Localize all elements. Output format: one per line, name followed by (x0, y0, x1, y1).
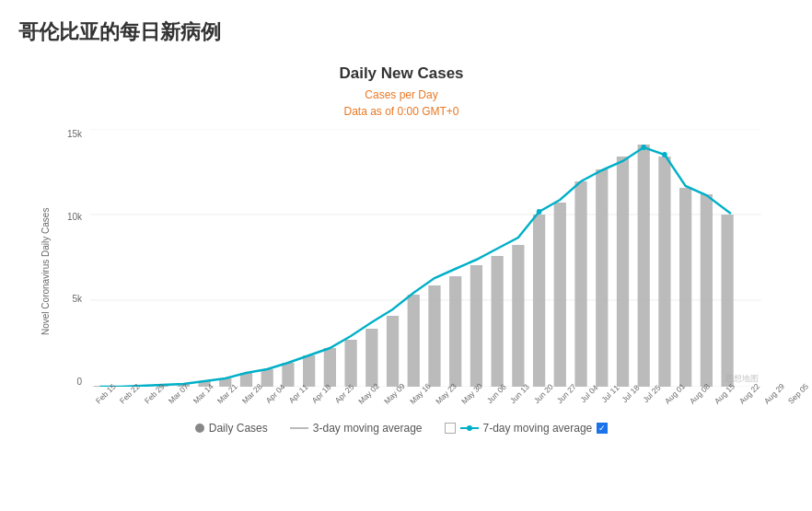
svg-rect-22 (470, 265, 482, 387)
svg-rect-25 (533, 215, 545, 387)
svg-rect-14 (303, 355, 315, 387)
svg-rect-16 (344, 340, 356, 387)
x-tick-jul11: Jul 11 (599, 383, 621, 404)
legend-daily-cases-icon (195, 424, 204, 433)
svg-rect-21 (449, 276, 461, 387)
svg-rect-31 (658, 157, 670, 387)
svg-rect-26 (554, 203, 566, 387)
x-tick-aug29: Aug 29 (761, 381, 785, 405)
chart-inner: 0 5k 10k 15k (53, 129, 766, 414)
y-axis-label: Novel Coronavirus Daily Cases (37, 129, 53, 414)
svg-point-37 (662, 152, 667, 157)
svg-rect-18 (387, 316, 399, 387)
svg-rect-29 (617, 157, 629, 387)
chart-title: Daily New Cases (37, 64, 766, 83)
x-axis: Feb 15 Feb 22 Feb 29 Mar 07 Mar 14 Mar 2… (90, 387, 761, 414)
svg-point-35 (537, 209, 542, 215)
legend-daily-cases-label: Daily Cases (209, 422, 268, 435)
x-tick-jul04: Jul 04 (578, 383, 599, 404)
svg-rect-27 (574, 181, 586, 387)
legend-3day-avg: 3-day moving average (290, 422, 423, 435)
x-tick-jul18: Jul 18 (621, 383, 642, 404)
svg-rect-32 (679, 188, 691, 387)
chart-subtitle: Cases per Day Data as of 0:00 GMT+0 (37, 87, 766, 120)
y-tick-15k: 15k (53, 129, 86, 139)
svg-rect-20 (428, 285, 440, 387)
chart-legend: Daily Cases 3-day moving average 7-day m… (37, 422, 766, 435)
x-tick-jul25: Jul 25 (641, 383, 662, 404)
svg-rect-13 (282, 363, 294, 387)
y-tick-10k: 10k (53, 212, 86, 222)
svg-rect-15 (324, 348, 336, 387)
svg-rect-12 (261, 369, 273, 387)
legend-7day-avg: 7-day moving average ✓ (445, 422, 609, 435)
svg-rect-30 (638, 145, 650, 387)
svg-rect-23 (492, 256, 504, 387)
legend-3day-line-icon (290, 427, 308, 429)
watermark: 思想地图 (725, 373, 759, 385)
legend-7day-checkbox[interactable] (445, 423, 456, 434)
chart-container: Daily New Cases Cases per Day Data as of… (18, 55, 784, 444)
y-tick-0: 0 (53, 377, 86, 387)
svg-rect-17 (365, 329, 377, 387)
y-tick-5k: 5k (53, 294, 86, 304)
x-tick-sep05: Sep 05 (786, 381, 810, 405)
legend-7day-checkbox-checked[interactable]: ✓ (597, 423, 608, 434)
svg-rect-24 (512, 245, 524, 387)
legend-7day-line-icon (460, 427, 479, 429)
svg-rect-28 (596, 169, 608, 387)
legend-3day-label: 3-day moving average (313, 422, 423, 435)
legend-daily-cases: Daily Cases (195, 422, 268, 435)
chart-area: Novel Coronavirus Daily Cases 0 5k 10k 1… (37, 129, 766, 414)
legend-7day-label: 7-day moving average (483, 422, 593, 435)
svg-point-36 (641, 145, 646, 150)
chart-plot (90, 129, 761, 387)
svg-rect-33 (701, 194, 713, 387)
page-title: 哥伦比亚的每日新病例 (18, 18, 784, 46)
chart-svg (90, 129, 761, 387)
y-ticks: 0 5k 10k 15k (53, 129, 86, 387)
svg-rect-19 (408, 295, 420, 387)
svg-rect-34 (721, 215, 733, 387)
